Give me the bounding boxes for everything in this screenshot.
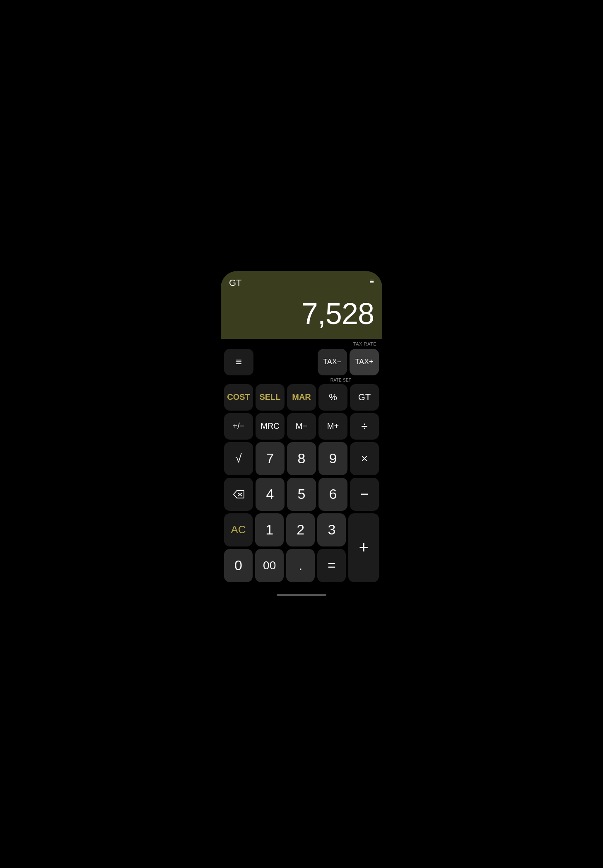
calculator: GT ≡ 7,528 TAX RATE ≡ TAX− TAX+ RATE SET… xyxy=(221,271,382,597)
row-menu-tax: ≡ TAX− TAX+ xyxy=(224,349,379,375)
display-area: GT ≡ 7,528 xyxy=(221,271,382,339)
gt-button[interactable]: GT xyxy=(350,384,379,411)
minus-button[interactable]: − xyxy=(350,478,379,511)
row-456: 4 5 6 − xyxy=(224,478,379,511)
eight-button[interactable]: 8 xyxy=(287,442,316,475)
mar-button[interactable]: MAR xyxy=(287,384,316,411)
row-123: AC 1 2 3 xyxy=(224,513,346,546)
equals-button[interactable]: = xyxy=(317,549,346,582)
seven-button[interactable]: 7 xyxy=(256,442,285,475)
one-button[interactable]: 1 xyxy=(255,513,284,546)
tax-minus-button[interactable]: TAX− xyxy=(318,349,347,375)
percent-button[interactable]: % xyxy=(318,384,347,411)
rate-set-label: RATE SET xyxy=(330,378,352,382)
multiply-button[interactable]: × xyxy=(350,442,379,475)
tax-rate-label: TAX RATE xyxy=(353,341,376,348)
tax-plus-button[interactable]: TAX+ xyxy=(350,349,379,375)
row-cost-gt: COST SELL MAR % GT xyxy=(224,384,379,411)
last-rows-left: AC 1 2 3 0 00 . = xyxy=(224,513,346,582)
m-minus-button[interactable]: M− xyxy=(287,413,316,440)
m-plus-button[interactable]: M+ xyxy=(318,413,347,440)
plus-col: + xyxy=(348,513,379,582)
four-button[interactable]: 4 xyxy=(256,478,285,511)
menu-button[interactable]: ≡ xyxy=(224,349,253,375)
backspace-button[interactable] xyxy=(224,478,253,511)
home-indicator xyxy=(221,590,382,597)
six-button[interactable]: 6 xyxy=(318,478,347,511)
decimal-button[interactable]: . xyxy=(286,549,315,582)
divide-button[interactable]: ÷ xyxy=(350,413,379,440)
ac-button[interactable]: AC xyxy=(224,513,253,546)
zero-button[interactable]: 0 xyxy=(224,549,253,582)
sell-button[interactable]: SELL xyxy=(256,384,285,411)
button-area: TAX RATE ≡ TAX− TAX+ RATE SET COST SELL … xyxy=(221,339,382,590)
row-memory: +/− MRC M− M+ ÷ xyxy=(224,413,379,440)
last-rows-wrapper: AC 1 2 3 0 00 . = + xyxy=(224,513,379,582)
row-789: √ 7 8 9 × xyxy=(224,442,379,475)
display-gt-label: GT xyxy=(229,278,242,288)
plus-minus-button[interactable]: +/− xyxy=(224,413,253,440)
double-zero-button[interactable]: 00 xyxy=(255,549,284,582)
plus-button[interactable]: + xyxy=(348,513,379,582)
five-button[interactable]: 5 xyxy=(287,478,316,511)
row-0-equals: 0 00 . = xyxy=(224,549,346,582)
three-button[interactable]: 3 xyxy=(317,513,346,546)
sqrt-button[interactable]: √ xyxy=(224,442,253,475)
two-button[interactable]: 2 xyxy=(286,513,315,546)
nine-button[interactable]: 9 xyxy=(318,442,347,475)
display-value: 7,528 xyxy=(229,297,374,331)
display-menu-icon: ≡ xyxy=(369,278,374,285)
mrc-button[interactable]: MRC xyxy=(256,413,285,440)
cost-button[interactable]: COST xyxy=(224,384,253,411)
home-bar xyxy=(277,594,326,596)
